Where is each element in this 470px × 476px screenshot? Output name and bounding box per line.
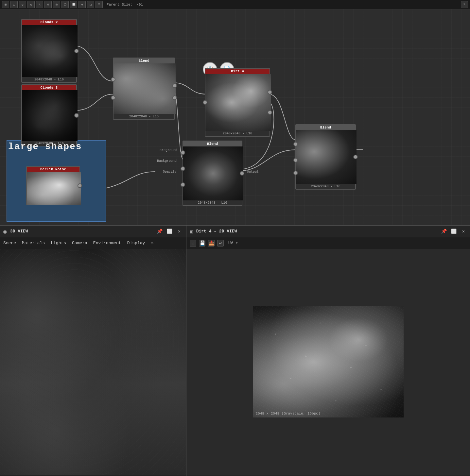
node-editor: large shapes Perlin Noise Clouds 2 2048x… bbox=[0, 9, 470, 225]
2d-view-toolbar: ⊡ 💾 📤 ↩ UV ▾ bbox=[186, 237, 470, 249]
uv-dropdown-arrow[interactable]: ▾ bbox=[235, 241, 238, 246]
fit-view-button[interactable]: ⊡ bbox=[190, 240, 196, 246]
toolbar-icon-1[interactable]: ⊞ bbox=[2, 1, 9, 8]
blend2-in1-connector[interactable] bbox=[181, 150, 185, 155]
blend2-node[interactable]: Blend 2048x2048 - L16 Foreground Backgro… bbox=[183, 141, 242, 206]
dirt4-size: 2048x2048 - L16 bbox=[205, 131, 270, 136]
toolbar-icon-11[interactable]: ❏ bbox=[87, 1, 94, 8]
tabs-more-icon[interactable]: » bbox=[151, 241, 153, 246]
blend2-header: Blend bbox=[183, 141, 242, 146]
clouds2-size: 2048x2048 - L16 bbox=[22, 77, 76, 82]
clouds2-node[interactable]: Clouds 2 2048x2048 - L16 bbox=[21, 19, 77, 83]
blend1-node[interactable]: Blend 2048x2048 - L16 bbox=[113, 58, 175, 120]
blend2-out-connector[interactable] bbox=[240, 171, 244, 176]
clouds3-out-connector[interactable] bbox=[74, 113, 79, 118]
perlin-noise-preview bbox=[27, 172, 81, 205]
top-toolbar: ⊞ ◻ ↺ ↻ ✎ ⊕ ◎ ⬡ 🔲 ◈ ❏ ≡ Parent Size: ×01… bbox=[0, 0, 470, 9]
toolbar-icon-9[interactable]: 🔲 bbox=[70, 1, 77, 8]
clouds2-out-connector[interactable] bbox=[74, 49, 79, 53]
blend1-header: Blend bbox=[113, 58, 174, 63]
opacity-label: Opacity bbox=[163, 170, 177, 174]
blend1-in2-connector[interactable] bbox=[111, 95, 115, 100]
toolbar-icon-6[interactable]: ⊕ bbox=[44, 1, 52, 8]
blend1-in1-connector[interactable] bbox=[111, 77, 115, 82]
toolbar-icon-5[interactable]: ✎ bbox=[36, 1, 43, 8]
blend3-in1-connector[interactable] bbox=[293, 142, 298, 146]
toolbar-icon-10[interactable]: ◈ bbox=[78, 1, 86, 8]
3d-view-title: 3D VIEW bbox=[10, 229, 28, 234]
2d-view-footer: 🗂 ▦ 🎨 ⊞ ⚓ ℹ 📊 🖥 ⬤ bbox=[186, 475, 470, 476]
blend3-out-connector[interactable] bbox=[353, 155, 358, 159]
tab-display[interactable]: Display bbox=[127, 239, 145, 247]
toolbar-icon-4[interactable]: ↻ bbox=[27, 1, 35, 8]
blend3-header: Blend bbox=[296, 125, 355, 130]
blend1-size: 2048x2048 - L16 bbox=[113, 114, 174, 119]
3d-view-header: ◉ 3D VIEW 📌 ⬜ ✕ bbox=[0, 226, 186, 237]
dirt4-2d-preview: 2048 x 2048 (Grayscale, 16bpc) bbox=[253, 306, 404, 417]
tab-environment[interactable]: Environment bbox=[93, 239, 121, 247]
dirt4-preview bbox=[205, 74, 271, 131]
dirt4-header: Dirt 4 bbox=[205, 69, 270, 74]
3d-view-content: 📷 💡 bbox=[0, 249, 186, 475]
blend3-in2-connector[interactable] bbox=[293, 158, 298, 162]
3d-terrain-view bbox=[12, 249, 186, 475]
export-button[interactable]: 📤 bbox=[208, 240, 215, 246]
dirt4-out2-connector[interactable] bbox=[268, 110, 272, 115]
blend3-node[interactable]: Blend 2048x2048 - L16 bbox=[295, 124, 356, 190]
3d-view-tabs: Scene Materials Lights Camera Environmen… bbox=[0, 237, 186, 249]
bottom-panels: ◉ 3D VIEW 📌 ⬜ ✕ Scene Materials Lights C… bbox=[0, 225, 470, 476]
save-button[interactable]: 💾 bbox=[199, 240, 205, 246]
clouds3-node[interactable]: Clouds 3 2048x2048 - L16 bbox=[21, 84, 77, 146]
parent-size-value: ×01 bbox=[136, 3, 143, 7]
blend1-out2-connector[interactable] bbox=[172, 95, 177, 100]
blend3-size: 2048x2048 - L16 bbox=[296, 184, 355, 189]
tab-scene[interactable]: Scene bbox=[3, 239, 16, 247]
uv-label: UV bbox=[228, 241, 233, 246]
foreground-label: Foreground bbox=[158, 148, 177, 152]
blend2-in3-connector[interactable] bbox=[181, 182, 185, 187]
dirt4-in-connector[interactable] bbox=[203, 100, 207, 105]
3d-view-bottom: ⊞ bbox=[0, 475, 186, 476]
import-button[interactable]: ↩ bbox=[217, 240, 224, 246]
toolbar-icon-12[interactable]: ≡ bbox=[96, 1, 103, 8]
2d-view-maximize[interactable]: ⬜ bbox=[450, 228, 457, 235]
perlin-noise-node[interactable]: Perlin Noise bbox=[26, 166, 80, 205]
clouds2-preview bbox=[22, 25, 78, 77]
dirt4-out1-connector[interactable] bbox=[268, 90, 272, 94]
2d-view-icon: ▣ bbox=[190, 228, 193, 235]
toolbar-icon-7[interactable]: ◎ bbox=[53, 1, 60, 8]
clouds3-preview bbox=[22, 90, 78, 141]
3d-view-sphere-icon: ◉ bbox=[3, 228, 7, 235]
toolbar-icon-2[interactable]: ◻ bbox=[10, 1, 18, 8]
2d-view-content: 2048 x 2048 (Grayscale, 16bpc) bbox=[186, 249, 470, 475]
dirt-noise-layer bbox=[253, 306, 404, 417]
2d-view-pin[interactable]: 📌 bbox=[441, 228, 447, 235]
toolbar-icon-8[interactable]: ⬡ bbox=[61, 1, 69, 8]
2d-status-text: 2048 x 2048 (Grayscale, 16bpc) bbox=[256, 412, 321, 416]
clouds2-header: Clouds 2 bbox=[22, 20, 76, 25]
2d-view-panel: ▣ Dirt_4 – 2D VIEW 📌 ⬜ ✕ ⊡ 💾 📤 ↩ UV ▾ 20… bbox=[186, 226, 470, 476]
2d-view-header: ▣ Dirt_4 – 2D VIEW 📌 ⬜ ✕ bbox=[186, 226, 470, 237]
perlin-out-connector[interactable] bbox=[78, 183, 82, 188]
blend3-in3-connector[interactable] bbox=[293, 171, 298, 175]
output-label: Output bbox=[247, 170, 259, 174]
3d-view-pin[interactable]: 📌 bbox=[156, 228, 163, 235]
2d-view-title: Dirt_4 – 2D VIEW bbox=[196, 229, 237, 234]
2d-view-close[interactable]: ✕ bbox=[460, 228, 467, 235]
blend1-preview bbox=[113, 63, 176, 114]
blend2-in2-connector[interactable] bbox=[181, 166, 185, 171]
toolbar-icon-3[interactable]: ↺ bbox=[19, 1, 26, 8]
perlin-noise-header: Perlin Noise bbox=[27, 167, 79, 172]
blend3-preview bbox=[296, 130, 357, 184]
toolbar-more[interactable]: » bbox=[461, 1, 468, 8]
tab-camera[interactable]: Camera bbox=[72, 239, 87, 247]
parent-size-label: Parent Size: bbox=[107, 3, 132, 7]
blend2-size: 2048x2048 - L16 bbox=[183, 200, 242, 205]
tab-materials[interactable]: Materials bbox=[22, 239, 45, 247]
tab-lights[interactable]: Lights bbox=[51, 239, 66, 247]
3d-view-maximize[interactable]: ⬜ bbox=[166, 228, 173, 235]
blend1-out-connector[interactable] bbox=[172, 83, 177, 88]
blend2-preview bbox=[183, 146, 243, 200]
dirt4-node[interactable]: Dirt 4 2048x2048 - L16 bbox=[205, 68, 270, 137]
3d-view-close[interactable]: ✕ bbox=[176, 228, 183, 235]
